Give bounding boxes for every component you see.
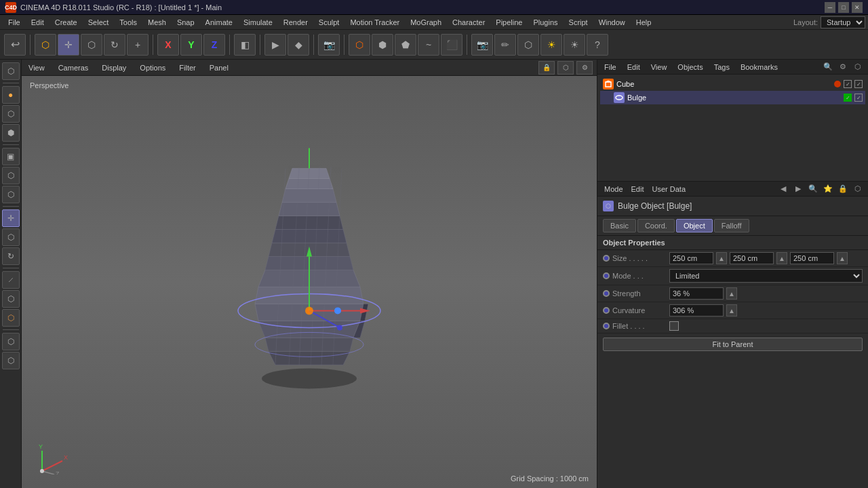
cam2-btn[interactable]: 📷 xyxy=(471,34,493,56)
tb-render[interactable]: ⬡ xyxy=(2,333,20,350)
vp-menu-options[interactable]: Options xyxy=(137,62,168,73)
obj-menu-file[interactable]: File xyxy=(601,62,619,73)
obj-menu-objects[interactable]: Objects xyxy=(675,62,705,73)
props-mode-radio[interactable] xyxy=(603,272,610,279)
z-axis-btn[interactable]: Z xyxy=(203,34,225,56)
props-search[interactable]: 🔍 xyxy=(807,183,819,195)
menu-tools[interactable]: Tools xyxy=(114,15,142,29)
x-axis-btn[interactable]: X xyxy=(157,34,179,56)
tb-points[interactable]: ● xyxy=(2,86,20,104)
scale-tool-btn[interactable]: ⬡ xyxy=(81,34,102,56)
rotate-tool-btn[interactable]: ↻ xyxy=(104,34,125,56)
menu-simulate[interactable]: Simulate xyxy=(238,15,278,29)
menu-create[interactable]: Create xyxy=(50,15,83,29)
props-menu-mode[interactable]: Mode xyxy=(601,184,626,195)
props-menu-edit[interactable]: Edit xyxy=(629,184,647,195)
props-size-radio[interactable] xyxy=(603,255,610,262)
menu-render[interactable]: Render xyxy=(278,15,313,29)
camera-btn[interactable]: 📷 xyxy=(318,34,340,56)
menu-help[interactable]: Help xyxy=(631,15,657,29)
move-tool-btn[interactable]: ✛ xyxy=(58,34,79,56)
tb-anim[interactable]: ⬡ xyxy=(2,352,20,369)
vp-menu-panel[interactable]: Panel xyxy=(207,62,231,73)
deformer-btn[interactable]: ⬢ xyxy=(372,34,393,56)
spline-btn[interactable]: ~ xyxy=(418,34,439,56)
tb-texture[interactable]: ⬡ xyxy=(2,167,20,184)
props-lock[interactable]: 🔒 xyxy=(837,183,849,195)
fit-to-parent-btn[interactable]: Fit to Parent xyxy=(603,338,863,351)
tb-move[interactable]: ✛ xyxy=(2,209,20,227)
obj-expand-icon[interactable]: ⬡ xyxy=(852,61,864,73)
props-size-x-stepper[interactable]: ▲ xyxy=(716,252,727,264)
tb-scale[interactable]: ⬡ xyxy=(2,228,20,246)
help-btn[interactable]: ? xyxy=(587,34,608,56)
move2-tool-btn[interactable]: + xyxy=(127,34,149,56)
gen-btn[interactable]: ⬟ xyxy=(395,34,416,56)
coord-btn[interactable]: ◧ xyxy=(234,34,256,56)
props-nav-fwd[interactable]: ▶ xyxy=(792,183,804,195)
menu-script[interactable]: Script xyxy=(564,15,593,29)
tb-model[interactable]: ▣ xyxy=(2,148,20,165)
array-btn[interactable]: ⬛ xyxy=(441,34,462,56)
obj-search-icon[interactable]: 🔍 xyxy=(822,61,834,73)
props-curvature-stepper[interactable]: ▲ xyxy=(726,304,737,317)
props-strength-field[interactable] xyxy=(669,287,724,300)
props-size-x[interactable] xyxy=(669,252,713,264)
obj-filter-icon[interactable]: ⚙ xyxy=(837,61,849,73)
menu-select[interactable]: Select xyxy=(83,15,115,29)
props-curvature-field[interactable] xyxy=(669,304,724,317)
props-mode-dropdown[interactable]: Limited xyxy=(669,269,863,283)
viewport-canvas[interactable]: Perspective xyxy=(22,76,597,488)
cube-btn[interactable]: ⬡ xyxy=(349,34,370,56)
obj-cube-check2[interactable]: ✓ xyxy=(854,80,863,88)
obj-cube-check1[interactable]: ✓ xyxy=(844,80,852,88)
vp-menu-display[interactable]: Display xyxy=(99,62,129,73)
props-tab-falloff[interactable]: Falloff xyxy=(714,219,749,232)
props-menu-userdata[interactable]: User Data xyxy=(650,184,689,195)
obj-menu-edit[interactable]: Edit xyxy=(625,62,643,73)
props-fillet-radio[interactable] xyxy=(603,323,610,329)
paint-btn[interactable]: ✏ xyxy=(494,34,516,56)
obj-row-bulge[interactable]: Bulge ✓ ✓ xyxy=(600,91,865,104)
props-bookmark[interactable]: ⭐ xyxy=(822,183,834,195)
select-tool-btn[interactable]: ⬡ xyxy=(35,34,56,56)
menu-file[interactable]: File xyxy=(3,15,26,29)
obj-bulge-check1[interactable]: ✓ xyxy=(844,94,852,102)
vp-menu-filter[interactable]: Filter xyxy=(176,62,198,73)
props-fillet-checkbox[interactable] xyxy=(669,321,679,331)
menu-character[interactable]: Character xyxy=(447,15,490,29)
tb-edges[interactable]: ⬡ xyxy=(2,105,20,123)
menu-window[interactable]: Window xyxy=(593,15,631,29)
menu-snap[interactable]: Snap xyxy=(172,15,200,29)
vp-menu-cameras[interactable]: Cameras xyxy=(56,62,92,73)
props-size-y[interactable] xyxy=(730,252,774,264)
props-tab-basic[interactable]: Basic xyxy=(603,219,636,232)
tb-knife[interactable]: ⟋ xyxy=(2,271,20,289)
renderall-btn[interactable]: ☀ xyxy=(564,34,585,56)
props-size-y-stepper[interactable]: ▲ xyxy=(776,252,787,264)
obj-row-cube[interactable]: Cube ✓ ✓ xyxy=(600,77,865,91)
minimize-btn[interactable]: ─ xyxy=(825,2,835,13)
menu-sculpt[interactable]: Sculpt xyxy=(313,15,345,29)
obj-menu-view[interactable]: View xyxy=(648,62,670,73)
display-btn[interactable]: ⬡ xyxy=(517,34,539,56)
props-strength-radio[interactable] xyxy=(603,290,610,297)
animate-btn[interactable]: ▶ xyxy=(264,34,286,56)
props-curvature-radio[interactable] xyxy=(603,307,610,314)
obj-menu-bookmarks[interactable]: Bookmarks xyxy=(738,62,781,73)
props-nav-back[interactable]: ◀ xyxy=(777,183,789,195)
vp-menu-view[interactable]: View xyxy=(26,62,47,73)
tb-rotate[interactable]: ↻ xyxy=(2,247,20,265)
props-strength-stepper[interactable]: ▲ xyxy=(726,287,737,300)
menu-edit[interactable]: Edit xyxy=(26,15,50,29)
menu-mograph[interactable]: MoGraph xyxy=(405,15,447,29)
render-btn[interactable]: ☀ xyxy=(540,34,562,56)
vp-settings-btn[interactable]: ⚙ xyxy=(576,61,593,75)
menu-motiontracker[interactable]: Motion Tracker xyxy=(344,15,405,29)
layout-dropdown[interactable]: Startup xyxy=(821,16,865,28)
menu-pipeline[interactable]: Pipeline xyxy=(490,15,528,29)
maximize-btn[interactable]: □ xyxy=(838,2,849,13)
vp-lock-btn[interactable]: 🔒 xyxy=(538,61,555,75)
close-btn[interactable]: ✕ xyxy=(852,2,863,13)
tb-poly[interactable]: ⬢ xyxy=(2,124,20,142)
